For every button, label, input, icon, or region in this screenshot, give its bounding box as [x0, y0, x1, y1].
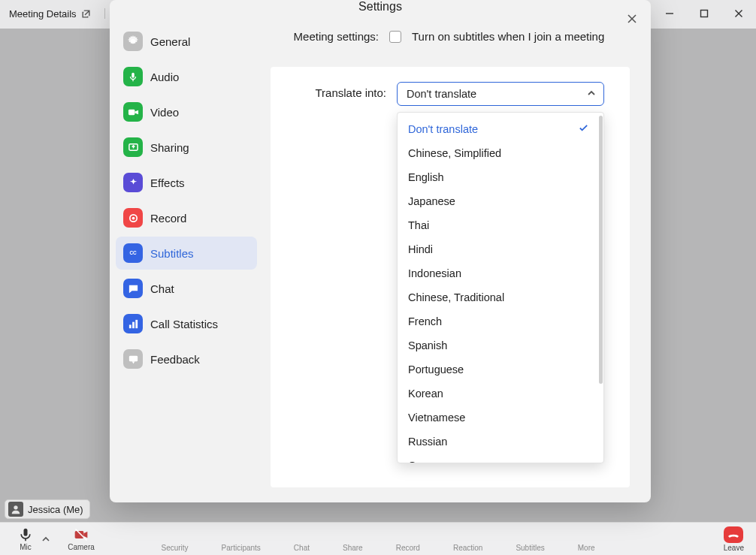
settings-nav: General Audio Video Sharing Effects — [110, 14, 263, 505]
mic-chevron-button[interactable] — [41, 534, 51, 544]
translate-dropdown-list: Don't translate Chinese, Simplified Engl… — [398, 113, 597, 463]
subtitles-card: Translate into: Don't translate — [271, 67, 630, 487]
leave-label: Leave — [724, 544, 744, 552]
mic-button[interactable]: Mic — [11, 527, 41, 551]
option-label: Hindi — [408, 243, 433, 255]
nav-label: Chat — [150, 282, 174, 295]
meeting-details-button[interactable]: Meeting Details — [5, 7, 95, 21]
toolbar-participants-button[interactable]: Participants — [222, 544, 261, 552]
translate-label: Translate into: — [278, 82, 386, 99]
meeting-settings-label: Meeting settings: — [271, 30, 379, 43]
toolbar-left: Mic Camera — [11, 527, 104, 551]
translate-option-indonesian[interactable]: Indonesian — [398, 261, 597, 285]
nav-item-general[interactable]: General — [116, 25, 257, 58]
nav-label: Subtitles — [150, 247, 194, 260]
settings-modal: Settings General Audio Video — [110, 0, 651, 502]
svg-point-17 — [132, 216, 135, 219]
nav-label: Sharing — [150, 141, 189, 154]
nav-item-video[interactable]: Video — [116, 95, 257, 128]
phone-hangup-icon — [727, 530, 739, 539]
toolbar-share-button[interactable]: Share — [343, 544, 363, 552]
translate-option-chinese-simplified[interactable]: Chinese, Simplified — [398, 141, 597, 165]
camera-off-icon — [73, 527, 89, 542]
svg-rect-20 — [129, 324, 131, 328]
nav-label: Audio — [150, 71, 179, 83]
translate-dropdown: Don't translate Chinese, Simplified Engl… — [397, 112, 604, 463]
svg-rect-21 — [132, 321, 135, 327]
nav-item-record[interactable]: Record — [116, 201, 257, 234]
translate-option-thai[interactable]: Thai — [398, 213, 597, 237]
svg-rect-12 — [132, 73, 135, 78]
translate-option-german[interactable]: German — [398, 454, 597, 463]
nav-item-subtitles[interactable]: CC Subtitles — [116, 237, 257, 270]
nav-item-call-statistics[interactable]: Call Statistics — [116, 307, 257, 340]
settings-header: Settings — [110, 0, 651, 14]
subtitles-on-join-checkbox[interactable] — [389, 31, 401, 43]
translate-option-vietnamese[interactable]: Vietnamese — [398, 406, 597, 430]
leave-button[interactable]: Leave — [724, 526, 744, 552]
app-root: Meeting Details Jessica (Me) — [0, 0, 756, 555]
translate-option-japanese[interactable]: Japanese — [398, 189, 597, 213]
translate-option-english[interactable]: English — [398, 165, 597, 189]
self-video-label-pill[interactable]: Jessica (Me) — [5, 499, 90, 519]
translate-option-dont-translate[interactable]: Don't translate — [398, 117, 597, 141]
topbar: Meeting Details — [5, 5, 110, 23]
option-label: Chinese, Traditional — [408, 291, 504, 303]
nav-item-effects[interactable]: Effects — [116, 166, 257, 199]
window-minimize-button[interactable] — [652, 0, 687, 27]
avatar — [8, 502, 23, 517]
window-close-button[interactable] — [721, 0, 756, 27]
svg-rect-22 — [135, 319, 138, 327]
nav-label: Call Statistics — [150, 318, 218, 330]
svg-rect-14 — [128, 109, 134, 115]
person-icon — [11, 504, 21, 514]
translate-option-chinese-traditional[interactable]: Chinese, Traditional — [398, 285, 597, 309]
nav-label: Video — [150, 106, 179, 119]
dropdown-scrollbar[interactable] — [597, 113, 603, 463]
popout-icon — [81, 9, 91, 19]
video-icon — [123, 102, 143, 122]
nav-item-sharing[interactable]: Sharing — [116, 131, 257, 164]
translate-option-korean[interactable]: Korean — [398, 382, 597, 406]
translate-option-spanish[interactable]: Spanish — [398, 333, 597, 357]
nav-label: General — [150, 35, 190, 48]
nav-item-feedback[interactable]: Feedback — [116, 342, 257, 376]
translate-select[interactable]: Don't translate — [397, 82, 604, 106]
toolbar-security-button[interactable]: Security — [161, 544, 188, 552]
bottom-toolbar: Mic Camera Security Participants Chat Sh… — [0, 522, 756, 555]
svg-text:CC: CC — [129, 250, 137, 255]
translate-option-russian[interactable]: Russian — [398, 430, 597, 454]
nav-item-chat[interactable]: Chat — [116, 272, 257, 305]
toolbar-chat-button[interactable]: Chat — [294, 544, 310, 552]
nav-label: Feedback — [150, 353, 200, 366]
meeting-details-label: Meeting Details — [9, 8, 77, 20]
svg-rect-1 — [701, 11, 708, 17]
option-label: Indonesian — [408, 267, 461, 279]
scrollbar-thumb[interactable] — [599, 116, 603, 384]
nav-label: Effects — [150, 176, 185, 189]
nav-item-audio[interactable]: Audio — [116, 60, 257, 93]
mic-icon — [17, 527, 34, 542]
chevron-up-icon — [42, 535, 50, 543]
settings-body: General Audio Video Sharing Effects — [110, 14, 651, 505]
leave-icon — [724, 526, 743, 543]
toolbar-record-button[interactable]: Record — [396, 544, 420, 552]
translate-select-wrapper: Don't translate Don't translate — [397, 82, 604, 106]
meeting-settings-row: Meeting settings: Turn on subtitles when… — [271, 30, 630, 43]
translate-option-french[interactable]: French — [398, 309, 597, 333]
window-maximize-button[interactable] — [687, 0, 721, 27]
close-icon — [734, 9, 743, 18]
camera-button[interactable]: Camera — [59, 527, 104, 551]
translate-option-hindi[interactable]: Hindi — [398, 237, 597, 261]
cc-icon: CC — [123, 243, 143, 263]
toolbar-more-button[interactable]: More — [578, 544, 595, 552]
option-label: German — [408, 460, 447, 463]
option-label: French — [408, 315, 442, 327]
toolbar-subtitles-button[interactable]: Subtitles — [516, 544, 544, 552]
nav-label: Record — [150, 212, 186, 225]
option-label: Korean — [408, 388, 443, 400]
translate-option-portuguese[interactable]: Portuguese — [398, 357, 597, 382]
record-icon — [123, 208, 143, 228]
option-label: Japanese — [408, 195, 455, 207]
toolbar-reaction-button[interactable]: Reaction — [453, 544, 482, 552]
